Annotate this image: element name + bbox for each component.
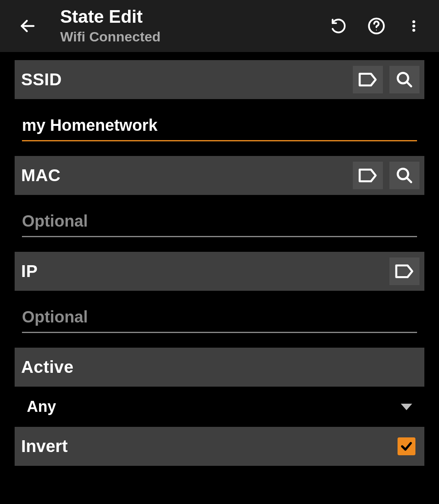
app-bar: State Edit Wifi Connected xyxy=(0,0,439,52)
page-title: State Edit xyxy=(60,7,326,26)
mac-field-area xyxy=(15,210,424,252)
ip-header-actions xyxy=(389,257,419,285)
check-icon xyxy=(400,440,413,453)
app-bar-actions xyxy=(326,13,427,39)
tag-icon xyxy=(359,72,377,87)
undo-icon xyxy=(330,17,348,35)
ip-input[interactable] xyxy=(22,305,417,333)
ip-tag-button[interactable] xyxy=(389,257,419,285)
svg-point-5 xyxy=(412,29,415,32)
page-subtitle: Wifi Connected xyxy=(60,28,326,45)
mac-header: MAC xyxy=(15,156,424,195)
invert-row[interactable]: Invert xyxy=(15,427,424,466)
tag-icon xyxy=(395,264,414,279)
invert-checkbox[interactable] xyxy=(398,437,415,455)
ssid-label: SSID xyxy=(21,70,353,89)
ssid-header: SSID xyxy=(15,60,424,99)
svg-point-2 xyxy=(376,30,377,30)
invert-label: Invert xyxy=(21,437,398,456)
mac-search-button[interactable] xyxy=(389,162,419,189)
mac-header-actions xyxy=(353,162,419,189)
search-icon xyxy=(396,71,413,89)
active-label: Active xyxy=(21,357,419,377)
mac-tag-button[interactable] xyxy=(353,162,383,189)
mac-label: MAC xyxy=(21,166,353,185)
ip-header: IP xyxy=(15,252,424,291)
ssid-search-button[interactable] xyxy=(389,66,419,93)
ssid-tag-button[interactable] xyxy=(353,66,383,93)
chevron-down-icon xyxy=(401,404,412,410)
active-header: Active xyxy=(15,348,424,387)
active-dropdown[interactable]: Any xyxy=(15,387,424,427)
content: SSID MAC xyxy=(0,52,439,466)
tag-icon xyxy=(359,168,377,183)
svg-line-9 xyxy=(407,178,411,182)
ip-field-area xyxy=(15,305,424,348)
arrow-left-icon xyxy=(19,17,37,35)
ssid-input[interactable] xyxy=(22,114,417,141)
search-icon xyxy=(396,167,413,184)
active-value: Any xyxy=(27,398,401,415)
app-bar-titles: State Edit Wifi Connected xyxy=(60,7,326,45)
back-button[interactable] xyxy=(15,13,41,39)
svg-point-4 xyxy=(412,24,415,27)
undo-button[interactable] xyxy=(326,13,352,39)
more-vertical-icon xyxy=(406,18,421,34)
help-icon xyxy=(367,17,385,35)
ssid-header-actions xyxy=(353,66,419,93)
mac-input[interactable] xyxy=(22,210,417,237)
ssid-field-area xyxy=(15,114,424,156)
help-button[interactable] xyxy=(363,13,389,39)
ip-label: IP xyxy=(21,262,389,281)
more-button[interactable] xyxy=(401,13,427,39)
svg-point-3 xyxy=(412,20,415,23)
svg-line-7 xyxy=(407,82,411,87)
